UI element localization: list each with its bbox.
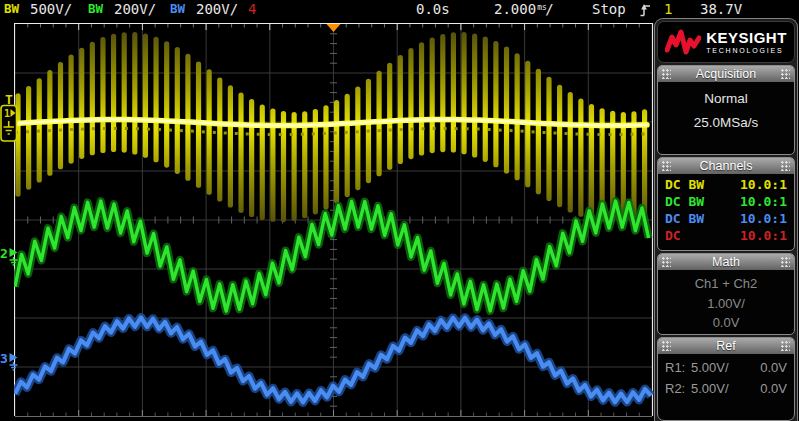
per-div-slash: / [148,1,156,17]
status-bar: BW 500V/ BW 200V/ BW 200V/ 4 0.0s 2.000m… [0,0,799,19]
per-div-slash: / [64,1,72,17]
ref-header[interactable]: Ref [658,338,794,354]
drag-grip-icon [781,161,790,171]
channel-row-2[interactable]: DC BW10.0:1 [658,193,794,210]
ch2-bw-badge[interactable]: BW [88,1,103,16]
horizontal-delay-readout[interactable]: 0.0s [416,1,450,17]
ref-offset: 0.0V [760,379,787,398]
ref-offset: 0.0V [760,358,787,377]
ref-scale: 5.00V/ [691,358,760,377]
ref-name: R1: [665,358,691,377]
math-section: Math Ch1 + Ch2 1.00V/ 0.0V [657,253,795,335]
acquisition-mode: Normal [658,87,794,111]
trigger-position-marker[interactable] [327,24,341,32]
logo-brand-text: KEYSIGHT [706,30,787,45]
ch4-label[interactable]: 4 [248,1,256,17]
ref-section: Ref R1:5.00V/0.0VR2:5.00V/0.0V [657,337,795,421]
drag-grip-icon [781,341,790,351]
drag-grip-icon [781,257,790,267]
ch3-bw-badge[interactable]: BW [170,1,185,16]
ref-row-1[interactable]: R1:5.00V/0.0V [658,357,794,378]
drag-grip-icon [662,161,671,171]
trigger-level-value: 38.7 [700,1,734,17]
math-info[interactable]: Ch1 + Ch2 1.00V/ 0.0V [658,270,794,335]
ref-row-2[interactable]: R2:5.00V/0.0V [658,378,794,399]
ch1-ground-marker[interactable]: 1 [0,104,19,143]
drag-grip-icon [662,69,671,79]
ch1-vertical-scale[interactable]: 500V/ [30,1,72,17]
ground-arrow-icon [8,352,21,371]
channel-row-4[interactable]: DC10.0:1 [658,227,794,244]
ch1-bw-badge[interactable]: BW [4,1,19,16]
acquisition-header[interactable]: Acquisition [658,66,794,82]
ch3-scale-value: 200 [196,1,221,17]
ch2-vertical-scale[interactable]: 200V/ [114,1,156,17]
math-expression: Ch1 + Ch2 [658,274,794,294]
volt-unit-icon: V [139,1,147,17]
ground-arrow-icon [8,247,21,266]
channels-section: Channels DC BW10.0:1DC BW10.0:1DC BW10.0… [657,157,795,251]
drag-grip-icon [781,69,790,79]
channel-rows: DC BW10.0:1DC BW10.0:1DC BW10.0:1DC10.0:… [658,174,794,247]
acquisition-info[interactable]: Normal 25.0MSa/s [658,82,794,148]
ch1-marker-label: 1 [4,108,10,119]
trigger-level-readout[interactable]: 38.7V [700,1,742,17]
math-title: Math [712,255,740,269]
math-header[interactable]: Math [658,254,794,270]
ref-name: R2: [665,379,691,398]
ch2-scale-value: 200 [114,1,139,17]
timebase-readout[interactable]: 2.000ms/ [494,1,554,17]
channel-probe-ratio: 10.0:1 [740,176,787,193]
trigger-source[interactable]: 1 [664,1,672,17]
per-div-slash: / [230,1,238,17]
run-state-indicator[interactable]: Stop [592,1,626,17]
math-offset: 0.0V [658,313,794,333]
ch3-marker-label: 3 [0,352,8,365]
channel-coupling: DC BW [665,176,704,193]
channels-header[interactable]: Channels [658,158,794,174]
drag-grip-icon [662,257,671,267]
acquisition-section: Acquisition Normal 25.0MSa/s [657,65,795,155]
trigger-edge-slope-icon[interactable] [640,3,651,17]
volt-unit-icon: V [55,1,63,17]
keysight-spark-icon [665,29,701,55]
control-sidebar: KEYSIGHT TECHNOLOGIES Acquisition Normal… [654,18,798,421]
ref-title: Ref [716,339,735,353]
ch2-marker-label: 2 [0,247,8,260]
ch3-ground-marker[interactable]: 3 [0,352,21,371]
ch2-ground-marker[interactable]: 2 [0,247,21,266]
volt-unit-icon: V [734,1,742,17]
channel-row-1[interactable]: DC BW10.0:1 [658,176,794,193]
channel-row-3[interactable]: DC BW10.0:1 [658,210,794,227]
logo-sub-text: TECHNOLOGIES [706,47,787,54]
waveform-display-area[interactable] [14,23,654,420]
drag-grip-icon [662,341,671,351]
ch3-vertical-scale[interactable]: 200V/ [196,1,238,17]
channels-title: Channels [700,159,753,173]
ch1-scale-value: 500 [30,1,55,17]
acquisition-title: Acquisition [696,67,756,81]
per-div-slash: / [545,1,553,17]
channel-probe-ratio: 10.0:1 [740,193,787,210]
channel-probe-ratio: 10.0:1 [740,227,787,244]
channel-coupling: DC [665,227,681,244]
channel-coupling: DC BW [665,193,704,210]
keysight-logo: KEYSIGHT TECHNOLOGIES [657,21,795,63]
volt-unit-icon: V [221,1,229,17]
channel-coupling: DC BW [665,210,704,227]
scope-graticule-and-waveforms[interactable] [14,23,654,420]
channel-probe-ratio: 10.0:1 [740,210,787,227]
sample-rate: 25.0MSa/s [658,111,794,135]
ref-rows: R1:5.00V/0.0VR2:5.00V/0.0V [658,354,794,402]
math-scale: 1.00V/ [658,294,794,314]
timebase-unit: ms [537,6,545,11]
ref-scale: 5.00V/ [691,379,760,398]
oscilloscope-screen: BW 500V/ BW 200V/ BW 200V/ 4 0.0s 2.000m… [0,0,799,421]
timebase-value: 2.000 [494,1,536,17]
